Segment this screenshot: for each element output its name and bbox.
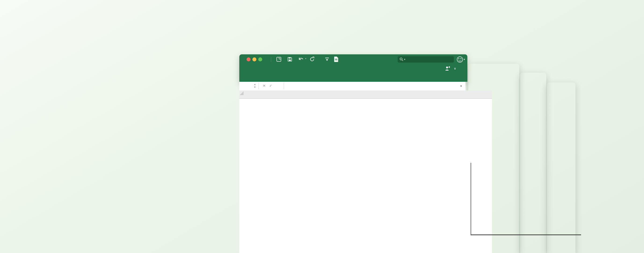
excel-window-3: [520, 73, 546, 253]
search-scope-caret-icon[interactable]: ▾: [404, 58, 406, 61]
bar-chart-y-axis: [471, 163, 471, 235]
document-icon: [334, 57, 338, 62]
search-icon: [400, 57, 403, 61]
undo-menu-dot: [305, 58, 306, 59]
minimize-window-button[interactable]: [252, 57, 256, 61]
share-caret-icon: ∨: [454, 67, 456, 70]
toolbar-options-icon[interactable]: [325, 57, 329, 61]
ribbon-tabs: [239, 64, 468, 73]
undo-icon[interactable]: [298, 57, 304, 61]
select-all-corner[interactable]: [240, 91, 244, 95]
share-button[interactable]: ∨: [445, 66, 456, 71]
formula-bar-caret-icon[interactable]: ▼: [460, 85, 462, 87]
sheet-search-input[interactable]: ▾: [398, 56, 454, 63]
save-icon[interactable]: [287, 57, 292, 62]
smiley-caret-icon[interactable]: ▾: [464, 58, 465, 61]
name-box-stepper[interactable]: ▲▼: [254, 83, 256, 89]
donut-chart: [223, 114, 322, 214]
redo-icon[interactable]: [310, 57, 315, 62]
close-window-button[interactable]: [246, 57, 250, 61]
column-headers: [239, 90, 492, 99]
excel-window-4: [547, 83, 576, 253]
feedback-smiley-icon[interactable]: [457, 57, 463, 63]
page: ▾ ▾ ∨ ▲▼ ✕ ✓: [0, 0, 644, 253]
new-workbook-icon[interactable]: [276, 57, 282, 62]
add-person-icon: [445, 66, 450, 71]
formula-bar: ▲▼ ✕ ✓ ▼: [239, 82, 466, 91]
zoom-window-button[interactable]: [258, 57, 262, 61]
cancel-entry-icon[interactable]: ✕: [263, 84, 266, 88]
confirm-entry-icon[interactable]: ✓: [269, 84, 272, 88]
bar-chart-x-axis: [471, 234, 581, 235]
excel-titlebar: ▾ ▾ ∨: [239, 54, 468, 82]
